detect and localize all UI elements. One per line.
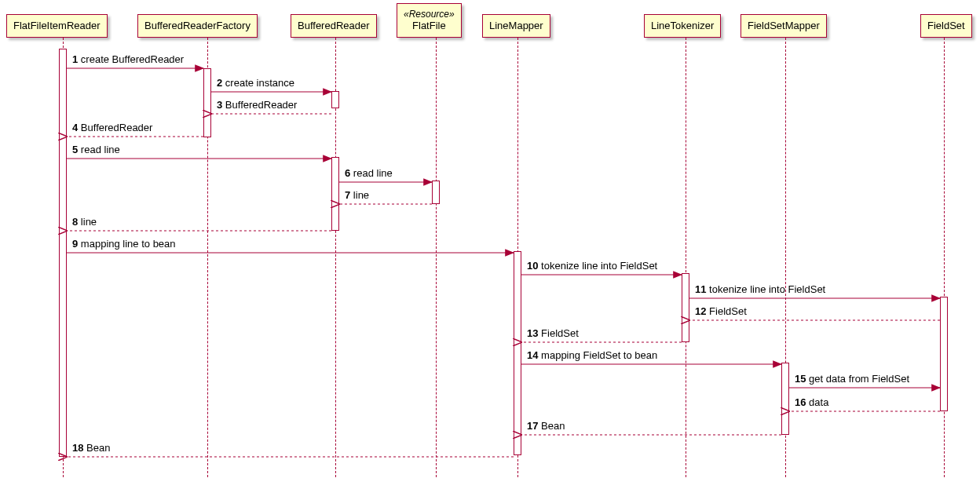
activation (682, 273, 689, 342)
arrow-11 (689, 297, 940, 300)
participant-label: FieldSet (927, 20, 965, 31)
msg-16: 16 data (795, 396, 828, 408)
lifeline (944, 38, 945, 477)
participant-label: LineMapper (489, 20, 543, 31)
participant-label: BufferedReader (298, 20, 370, 31)
arrow-8 (67, 229, 331, 232)
participant-flatfileitemreader: FlatFileItemReader (6, 14, 108, 38)
msg-17: 17 Bean (527, 420, 565, 432)
participant-label: FieldSetMapper (748, 20, 820, 31)
participant-stereotype: «Resource» (404, 9, 455, 20)
arrow-1 (67, 67, 203, 70)
msg-4: 4 BufferedReader (72, 122, 152, 133)
msg-18: 18 Bean (72, 442, 110, 454)
msg-5: 5 read line (72, 144, 120, 155)
msg-2: 2 create instance (217, 77, 294, 89)
arrow-16 (789, 410, 940, 413)
msg-1: 1 create BufferedReader (72, 53, 184, 65)
arrow-15 (789, 386, 940, 389)
msg-13: 13 FieldSet (527, 327, 579, 339)
activation (203, 68, 211, 137)
msg-3: 3 BufferedReader (217, 99, 297, 111)
lifeline (686, 38, 686, 477)
msg-14: 14 mapping FieldSet to bean (527, 349, 657, 361)
msg-15: 15 get data from FieldSet (795, 373, 909, 385)
arrow-4 (67, 135, 203, 138)
arrow-7 (339, 203, 432, 206)
msg-10: 10 tokenize line into FieldSet (527, 260, 657, 272)
arrow-9 (67, 251, 514, 254)
participant-label: FlatFileItemReader (13, 20, 101, 31)
arrow-12 (689, 319, 940, 322)
arrow-17 (521, 433, 781, 436)
msg-6: 6 read line (345, 167, 393, 179)
participant-flatfile: «Resource» FlatFile (397, 3, 462, 38)
activation (331, 91, 339, 108)
participant-linemapper: LineMapper (482, 14, 550, 38)
arrow-3 (211, 112, 331, 115)
arrow-2 (211, 90, 331, 93)
arrow-18 (67, 455, 514, 458)
participant-label: FlatFile (404, 20, 455, 32)
participant-bufferedreaderfactory: BufferedReaderFactory (137, 14, 258, 38)
msg-11: 11 tokenize line into FieldSet (695, 283, 825, 295)
activation (514, 251, 521, 455)
msg-9: 9 mapping line to bean (72, 238, 176, 250)
participant-bufferedreader: BufferedReader (291, 14, 377, 38)
arrow-10 (521, 273, 682, 276)
activation (59, 49, 67, 457)
participant-fieldsetmapper: FieldSetMapper (740, 14, 827, 38)
msg-7: 7 line (345, 189, 369, 201)
arrow-6 (339, 181, 432, 184)
activation (781, 363, 789, 435)
participant-fieldset: FieldSet (920, 14, 972, 38)
arrow-5 (67, 157, 331, 160)
activation (940, 297, 948, 411)
participant-label: BufferedReaderFactory (144, 20, 250, 31)
msg-12: 12 FieldSet (695, 305, 747, 317)
participant-linetokenizer: LineTokenizer (644, 14, 721, 38)
participant-label: LineTokenizer (651, 20, 714, 31)
activation (432, 181, 440, 204)
arrow-13 (521, 341, 682, 344)
msg-8: 8 line (72, 216, 97, 228)
arrow-14 (521, 363, 781, 366)
lifeline (436, 38, 437, 477)
activation (331, 157, 339, 231)
